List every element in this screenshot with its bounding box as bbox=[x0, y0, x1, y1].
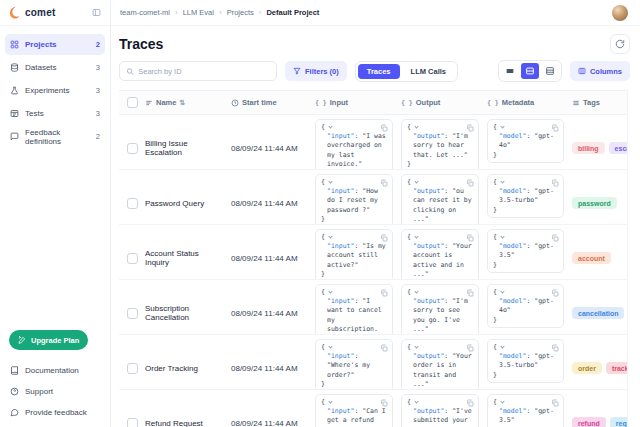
breadcrumb-llm-eval[interactable]: LLM Eval bbox=[183, 8, 214, 17]
sidebar-item-feedback-definitions[interactable]: Feedback definitions 2 bbox=[5, 126, 105, 147]
column-header-output[interactable]: { } Output bbox=[401, 91, 487, 114]
chevron-down-icon[interactable] bbox=[500, 399, 504, 403]
chevron-down-icon[interactable] bbox=[328, 344, 332, 348]
chevron-down-icon[interactable] bbox=[414, 234, 418, 238]
search-input[interactable] bbox=[138, 67, 270, 76]
table-row[interactable]: Subscription Cancellation 08/09/24 11:44… bbox=[119, 280, 640, 335]
select-all-checkbox[interactable] bbox=[127, 97, 138, 108]
table-row[interactable]: Order Tracking 08/09/24 11:44 AM { "inpu… bbox=[119, 335, 640, 390]
chevron-down-icon[interactable] bbox=[500, 344, 504, 348]
sidebar-item-datasets[interactable]: Datasets 3 bbox=[5, 57, 105, 78]
chevron-down-icon[interactable] bbox=[328, 234, 332, 238]
metadata-json-cell[interactable]: { "model": "gpt-3.5" } bbox=[487, 394, 564, 427]
copy-icon[interactable] bbox=[551, 234, 559, 242]
sort-icon[interactable]: ⇅ bbox=[179, 99, 185, 107]
chevron-down-icon[interactable] bbox=[328, 124, 332, 128]
output-json-cell[interactable]: { "output": "Your account is active and … bbox=[401, 229, 479, 280]
chevron-down-icon[interactable] bbox=[328, 289, 332, 293]
chevron-down-icon[interactable] bbox=[414, 289, 418, 293]
row-checkbox[interactable] bbox=[127, 308, 138, 319]
tab-traces[interactable]: Traces bbox=[358, 64, 400, 79]
collapse-sidebar-icon[interactable] bbox=[92, 8, 101, 17]
user-avatar[interactable] bbox=[612, 5, 628, 21]
row-checkbox[interactable] bbox=[127, 253, 138, 264]
sidebar-item-provide-feedback[interactable]: Provide feedback bbox=[5, 402, 105, 423]
column-header-input[interactable]: { } Input bbox=[315, 91, 401, 114]
upgrade-plan-button[interactable]: Upgrade Plan bbox=[9, 330, 88, 350]
copy-icon[interactable] bbox=[380, 179, 388, 187]
copy-icon[interactable] bbox=[466, 124, 474, 132]
tag-pill[interactable]: billing bbox=[572, 142, 605, 154]
tag-pill[interactable]: escalation bbox=[609, 142, 640, 154]
copy-icon[interactable] bbox=[380, 344, 388, 352]
table-row[interactable]: Billing Issue Escalation 08/09/24 11:44 … bbox=[119, 115, 640, 170]
copy-icon[interactable] bbox=[380, 124, 388, 132]
copy-icon[interactable] bbox=[551, 179, 559, 187]
row-checkbox[interactable] bbox=[127, 418, 138, 427]
copy-icon[interactable] bbox=[380, 399, 388, 407]
row-checkbox[interactable] bbox=[127, 143, 138, 154]
column-header-tags[interactable]: Tags bbox=[572, 91, 640, 114]
copy-icon[interactable] bbox=[466, 399, 474, 407]
input-json-cell[interactable]: { "input": "Where's my order?" } bbox=[315, 339, 393, 390]
table-row[interactable]: Account Status Inquiry 08/09/24 11:44 AM… bbox=[119, 225, 640, 280]
metadata-json-cell[interactable]: { "model": "gpt-4o" } bbox=[487, 119, 564, 163]
comet-logo[interactable]: comet bbox=[9, 6, 55, 19]
copy-icon[interactable] bbox=[551, 289, 559, 297]
tab-llm-calls[interactable]: LLM Calls bbox=[402, 64, 455, 79]
output-json-cell[interactable]: { "output": "I'm sorry to see you go. I'… bbox=[401, 284, 479, 335]
chevron-down-icon[interactable] bbox=[414, 399, 418, 403]
chevron-down-icon[interactable] bbox=[414, 179, 418, 183]
output-json-cell[interactable]: { "output": "I'm sorry to hear that. Let… bbox=[401, 119, 479, 170]
output-json-cell[interactable]: { "output": "I've submitted your refund … bbox=[401, 394, 479, 427]
row-checkbox[interactable] bbox=[127, 363, 138, 374]
copy-icon[interactable] bbox=[551, 344, 559, 352]
tag-pill[interactable]: tracking bbox=[606, 362, 640, 374]
copy-icon[interactable] bbox=[380, 289, 388, 297]
tag-pill[interactable]: account bbox=[572, 252, 611, 264]
copy-icon[interactable] bbox=[466, 344, 474, 352]
sidebar-item-tests[interactable]: Tests 3 bbox=[5, 103, 105, 124]
breadcrumb-projects[interactable]: Projects bbox=[227, 8, 254, 17]
input-json-cell[interactable]: { "input": "Can I get a refund for my la… bbox=[315, 394, 393, 427]
chevron-down-icon[interactable] bbox=[328, 399, 332, 403]
chevron-down-icon[interactable] bbox=[500, 289, 504, 293]
chevron-down-icon[interactable] bbox=[500, 234, 504, 238]
sidebar-item-documentation[interactable]: Documentation bbox=[5, 360, 105, 381]
table-row[interactable]: Refund Request 08/09/24 11:44 AM { "inpu… bbox=[119, 390, 640, 427]
metadata-json-cell[interactable]: { "model": "gpt-4o" } bbox=[487, 284, 564, 328]
columns-button[interactable]: Columns bbox=[570, 61, 630, 81]
row-height-large-button[interactable] bbox=[541, 63, 559, 79]
table-row[interactable]: Password Query 08/09/24 11:44 AM { "inpu… bbox=[119, 170, 640, 225]
column-header-name[interactable]: Name ⇅ bbox=[145, 91, 231, 114]
output-json-cell[interactable]: { "output": "ou can reset it by clicking… bbox=[401, 174, 479, 225]
copy-icon[interactable] bbox=[551, 124, 559, 132]
chevron-down-icon[interactable] bbox=[414, 344, 418, 348]
metadata-json-cell[interactable]: { "model": "gpt-3.5-turbo" } bbox=[487, 339, 564, 383]
copy-icon[interactable] bbox=[551, 399, 559, 407]
tag-pill[interactable]: password bbox=[572, 197, 617, 209]
sidebar-item-support[interactable]: Support bbox=[5, 381, 105, 402]
metadata-json-cell[interactable]: { "model": "gpt-3.5-turbo" } bbox=[487, 174, 564, 218]
input-json-cell[interactable]: { "input": "How do I reset my password ?… bbox=[315, 174, 393, 225]
column-header-start-time[interactable]: Start time bbox=[231, 91, 315, 114]
tag-pill[interactable]: order bbox=[572, 362, 602, 374]
copy-icon[interactable] bbox=[466, 179, 474, 187]
chevron-down-icon[interactable] bbox=[500, 179, 504, 183]
tag-pill[interactable]: cancellation bbox=[572, 307, 624, 319]
chevron-down-icon[interactable] bbox=[414, 124, 418, 128]
tag-pill[interactable]: refund bbox=[572, 417, 606, 427]
chevron-down-icon[interactable] bbox=[328, 179, 332, 183]
input-json-cell[interactable]: { "input": "I was overcharged on my last… bbox=[315, 119, 393, 170]
chevron-down-icon[interactable] bbox=[500, 124, 504, 128]
sidebar-item-projects[interactable]: Projects 2 bbox=[5, 34, 105, 55]
filters-button[interactable]: Filters (0) bbox=[285, 61, 347, 81]
refresh-button[interactable] bbox=[610, 34, 630, 54]
copy-icon[interactable] bbox=[466, 234, 474, 242]
metadata-json-cell[interactable]: { "model": "gpt-3.5" } bbox=[487, 229, 564, 273]
copy-icon[interactable] bbox=[380, 234, 388, 242]
breadcrumb-workspace[interactable]: team-comet-ml bbox=[120, 8, 170, 17]
input-json-cell[interactable]: { "input": "I want to cancel my subscrip… bbox=[315, 284, 393, 335]
tag-pill[interactable]: request bbox=[610, 417, 640, 427]
input-json-cell[interactable]: { "input": "Is my account still active?"… bbox=[315, 229, 393, 280]
